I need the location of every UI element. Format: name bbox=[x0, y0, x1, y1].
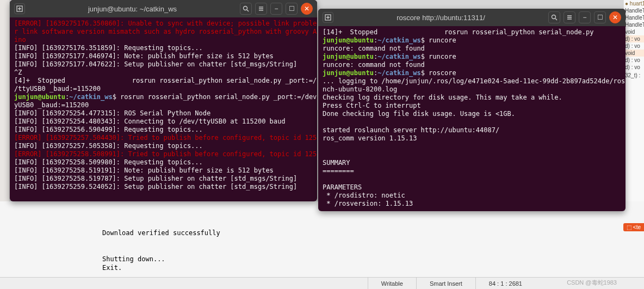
new-tab-icon[interactable] bbox=[323, 12, 333, 23]
window-title-1: junjun@ubuntu: ~/catkin_ws bbox=[25, 5, 240, 13]
search-icon[interactable] bbox=[240, 3, 252, 15]
terminal-window-1[interactable]: junjun@ubuntu: ~/catkin_ws − ☐ ✕ [ERROR]… bbox=[10, 0, 317, 201]
status-writable: Writable bbox=[368, 278, 416, 289]
editor-console-text: Download verified successfully Shutting … bbox=[102, 229, 220, 272]
status-insert: Smart Insert bbox=[416, 278, 475, 289]
titlebar-2[interactable]: roscore http://ubuntu:11311/ − ☐ ✕ bbox=[318, 9, 626, 26]
ide-left-gutter bbox=[0, 0, 10, 201]
window-title-2: roscore http://ubuntu:11311/ bbox=[333, 14, 548, 22]
status-position: 84 : 1 : 2681 bbox=[475, 278, 535, 289]
minimize-button[interactable]: − bbox=[270, 3, 282, 15]
svg-point-3 bbox=[244, 7, 247, 10]
maximize-button[interactable]: ☐ bbox=[594, 11, 606, 23]
menu-icon[interactable] bbox=[564, 11, 575, 23]
svg-point-11 bbox=[552, 15, 556, 19]
titlebar-1[interactable]: junjun@ubuntu: ~/catkin_ws − ☐ ✕ bbox=[10, 0, 317, 17]
close-button[interactable]: ✕ bbox=[301, 3, 313, 15]
ide-tag: ⬚ <te bbox=[623, 223, 644, 231]
watermark: CSDN @毒蛇1983 bbox=[567, 279, 617, 287]
terminal-window-2[interactable]: roscore http://ubuntu:11311/ − ☐ ✕ [14]+… bbox=[318, 9, 626, 211]
terminal-body-2[interactable]: [14]+ Stopped rosrun rosserial_python se… bbox=[318, 26, 626, 211]
svg-line-4 bbox=[247, 10, 249, 11]
terminal-body-1[interactable]: [ERROR] [1639275176.350860]: Unable to s… bbox=[10, 17, 317, 193]
editor-background bbox=[0, 201, 644, 288]
menu-icon[interactable] bbox=[255, 3, 267, 15]
new-tab-icon[interactable] bbox=[14, 3, 25, 14]
ide-statusbar: Writable Smart Insert 84 : 1 : 2681 bbox=[0, 277, 644, 289]
svg-line-12 bbox=[555, 19, 557, 20]
maximize-button[interactable]: ☐ bbox=[286, 3, 298, 15]
search-icon[interactable] bbox=[548, 11, 560, 23]
minimize-button[interactable]: − bbox=[579, 11, 591, 23]
close-button[interactable]: ✕ bbox=[609, 11, 621, 23]
